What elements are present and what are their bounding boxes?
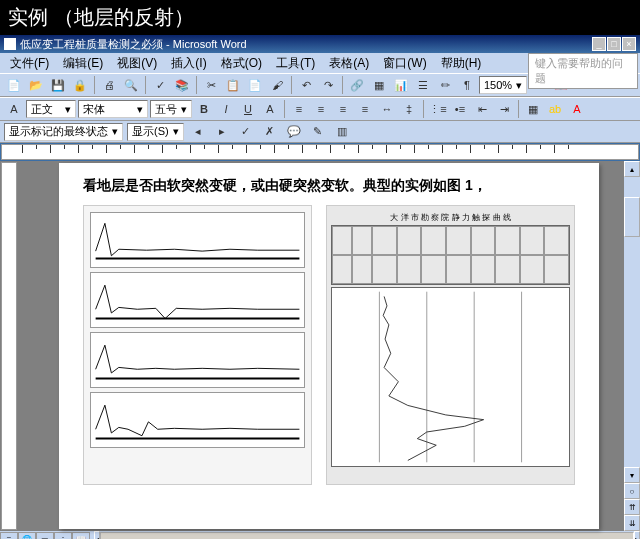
figure-left-waveforms [83, 205, 312, 485]
next-page-icon[interactable]: ⇊ [624, 515, 640, 531]
redo-icon[interactable]: ↷ [318, 75, 338, 95]
fig-right-title: 大 洋 市 勘 察 院 静 力 触 探 曲 线 [331, 210, 570, 225]
underline-icon[interactable]: U [238, 99, 258, 119]
drawing-icon[interactable]: ✏ [435, 75, 455, 95]
menu-edit[interactable]: 编辑(E) [57, 53, 109, 74]
dec-indent-icon[interactable]: ⇤ [472, 99, 492, 119]
copy-icon[interactable]: 📋 [223, 75, 243, 95]
review-pane-icon[interactable]: ▥ [332, 122, 352, 142]
menu-file[interactable]: 文件(F) [4, 53, 55, 74]
scroll-thumb[interactable] [624, 197, 640, 237]
waveform-trace-2 [90, 272, 305, 328]
size-dropdown[interactable]: 五号 [150, 100, 192, 118]
waveform-trace-3 [90, 332, 305, 388]
styles-icon[interactable]: A [4, 99, 24, 119]
help-search-input[interactable]: 键入需要帮助的问题 [528, 53, 638, 89]
document-title: 低应变工程桩质量检测之必须 - Microsoft Word [20, 37, 247, 52]
web-view-icon[interactable]: 🌐 [18, 532, 36, 539]
track-icon[interactable]: ✎ [308, 122, 328, 142]
waveform-trace-1 [90, 212, 305, 268]
formatting-toolbar: A 正文 宋体 五号 B I U A ≡ ≡ ≡ ≡ ↔ ‡ ⋮≡ •≡ ⇤ ⇥… [0, 97, 640, 121]
titlebar: 低应变工程桩质量检测之必须 - Microsoft Word _ □ × [0, 35, 640, 53]
print-icon[interactable]: 🖨 [99, 75, 119, 95]
style-dropdown[interactable]: 正文 [26, 100, 76, 118]
word-window: 低应变工程桩质量检测之必须 - Microsoft Word _ □ × 键入需… [0, 35, 640, 530]
minimize-button[interactable]: _ [592, 37, 606, 51]
print-layout-icon[interactable]: ▭ [36, 532, 54, 539]
next-change-icon[interactable]: ▸ [212, 122, 232, 142]
scroll-down-icon[interactable]: ▾ [624, 467, 640, 483]
font-dropdown[interactable]: 宋体 [78, 100, 148, 118]
page: 看地层是否由软突然变硬，或由硬突然变软。典型的实例如图 1， 大 洋 市 勘 察… [59, 163, 599, 529]
spell-icon[interactable]: ✓ [150, 75, 170, 95]
slide-title: 实例 （地层的反射） [0, 0, 640, 35]
research-icon[interactable]: 📚 [172, 75, 192, 95]
word-icon [4, 38, 16, 50]
scroll-up-icon[interactable]: ▴ [624, 161, 640, 177]
h-scroll-track[interactable] [100, 532, 634, 539]
menu-help[interactable]: 帮助(H) [435, 53, 488, 74]
border-box-icon[interactable]: A [260, 99, 280, 119]
vertical-ruler[interactable] [1, 162, 17, 530]
scroll-right-icon[interactable]: ▸ [634, 531, 640, 539]
comment-icon[interactable]: 💬 [284, 122, 304, 142]
line-spacing-icon[interactable]: ‡ [399, 99, 419, 119]
font-color-icon[interactable]: A [567, 99, 587, 119]
zoom-dropdown[interactable]: 150% [479, 76, 527, 94]
prev-change-icon[interactable]: ◂ [188, 122, 208, 142]
select-browse-icon[interactable]: ○ [624, 483, 640, 499]
document-heading: 看地层是否由软突然变硬，或由硬突然变软。典型的实例如图 1， [83, 177, 575, 195]
close-button[interactable]: × [622, 37, 636, 51]
figure-right-cpt: 大 洋 市 勘 察 院 静 力 触 探 曲 线 [326, 205, 575, 485]
menu-insert[interactable]: 插入(I) [165, 53, 212, 74]
prev-page-icon[interactable]: ⇈ [624, 499, 640, 515]
paste-icon[interactable]: 📄 [245, 75, 265, 95]
italic-icon[interactable]: I [216, 99, 236, 119]
align-justify-icon[interactable]: ≡ [355, 99, 375, 119]
numbering-icon[interactable]: ⋮≡ [428, 99, 448, 119]
highlight-icon[interactable]: ab [545, 99, 565, 119]
menu-format[interactable]: 格式(O) [215, 53, 268, 74]
fig-right-header-table [331, 225, 570, 285]
format-painter-icon[interactable]: 🖌 [267, 75, 287, 95]
reading-view-icon[interactable]: 📖 [72, 532, 90, 539]
horizontal-ruler[interactable] [1, 144, 639, 160]
undo-icon[interactable]: ↶ [296, 75, 316, 95]
distribute-icon[interactable]: ↔ [377, 99, 397, 119]
para-marks-icon[interactable]: ¶ [457, 75, 477, 95]
align-center-icon[interactable]: ≡ [311, 99, 331, 119]
maximize-button[interactable]: □ [607, 37, 621, 51]
menu-tools[interactable]: 工具(T) [270, 53, 321, 74]
hyperlink-icon[interactable]: 🔗 [347, 75, 367, 95]
accept-icon[interactable]: ✓ [236, 122, 256, 142]
permission-icon[interactable]: 🔒 [70, 75, 90, 95]
save-icon[interactable]: 💾 [48, 75, 68, 95]
excel-icon[interactable]: 📊 [391, 75, 411, 95]
bullets-icon[interactable]: •≡ [450, 99, 470, 119]
open-icon[interactable]: 📂 [26, 75, 46, 95]
borders-icon[interactable]: ▦ [523, 99, 543, 119]
align-right-icon[interactable]: ≡ [333, 99, 353, 119]
columns-icon[interactable]: ☰ [413, 75, 433, 95]
vertical-scrollbar[interactable]: ▴ ▾ ○ ⇈ ⇊ [624, 161, 640, 531]
document-area: 看地层是否由软突然变硬，或由硬突然变软。典型的实例如图 1， 大 洋 市 勘 察… [0, 161, 640, 531]
cut-icon[interactable]: ✂ [201, 75, 221, 95]
reviewing-toolbar: 显示标记的最终状态 显示(S) ◂ ▸ ✓ ✗ 💬 ✎ ▥ [0, 121, 640, 143]
normal-view-icon[interactable]: ≡ [0, 532, 18, 539]
markup-view-dropdown[interactable]: 显示标记的最终状态 [4, 123, 123, 141]
menu-window[interactable]: 窗口(W) [377, 53, 432, 74]
horizontal-scrollbar-area: ≡ 🌐 ▭ ⋮ 📖 ◂ ▸ [0, 531, 640, 539]
fig-right-graph [331, 287, 570, 467]
menu-view[interactable]: 视图(V) [111, 53, 163, 74]
waveform-trace-4 [90, 392, 305, 448]
show-dropdown[interactable]: 显示(S) [127, 123, 184, 141]
new-doc-icon[interactable]: 📄 [4, 75, 24, 95]
bold-icon[interactable]: B [194, 99, 214, 119]
align-left-icon[interactable]: ≡ [289, 99, 309, 119]
table-icon[interactable]: ▦ [369, 75, 389, 95]
outline-view-icon[interactable]: ⋮ [54, 532, 72, 539]
inc-indent-icon[interactable]: ⇥ [494, 99, 514, 119]
menu-table[interactable]: 表格(A) [323, 53, 375, 74]
preview-icon[interactable]: 🔍 [121, 75, 141, 95]
reject-icon[interactable]: ✗ [260, 122, 280, 142]
